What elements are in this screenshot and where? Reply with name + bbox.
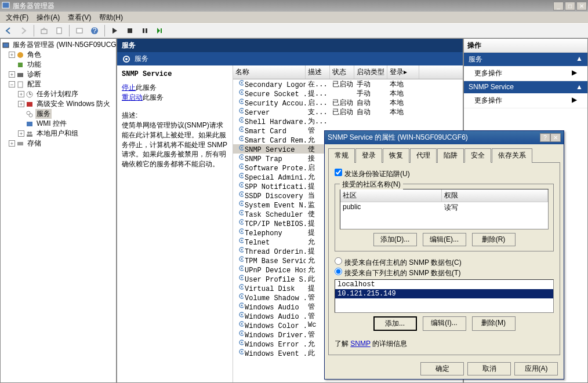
export-button[interactable] [73, 24, 86, 37]
tab-general[interactable]: 常规 [328, 148, 355, 163]
tree-config[interactable]: −配置 [2, 79, 115, 89]
service-row[interactable]: Secure Socket ...提...手动本地 [233, 89, 463, 98]
more-actions-snmp[interactable]: 更多操作▶ [464, 93, 587, 108]
dialog-titlebar[interactable]: SNMP Service 的属性 (WIN-N5GF09UCGF6) ? ✕ [325, 131, 564, 144]
svg-rect-13 [17, 73, 23, 77]
tab-logon[interactable]: 登录 [355, 148, 382, 163]
stop-svc-button[interactable] [124, 24, 136, 37]
svg-rect-19 [27, 122, 32, 126]
tree-storage[interactable]: +存储 [2, 138, 115, 148]
col-logon[interactable]: 登录▸ [387, 65, 419, 79]
stop-link[interactable]: 停止 [122, 83, 136, 92]
add-community-button[interactable]: 添加(D)... [373, 233, 417, 246]
menu-action[interactable]: 操作(A) [33, 12, 63, 24]
tree-tasksched[interactable]: +任务计划程序 [2, 89, 115, 99]
menu-view[interactable]: 查看(V) [64, 12, 95, 24]
community-list[interactable]: 社区权限 public读写 [340, 189, 549, 229]
svg-point-85 [241, 351, 243, 353]
gear-icon [235, 218, 244, 226]
tab-agent[interactable]: 代理 [410, 148, 437, 163]
gear-icon [235, 227, 244, 235]
pause-svc-button[interactable] [139, 24, 151, 37]
dialog-close-button[interactable]: ✕ [550, 133, 561, 142]
more-actions-services[interactable]: 更多操作▶ [464, 66, 587, 81]
host-row[interactable]: localhost [335, 280, 553, 289]
back-button[interactable] [2, 24, 15, 37]
trap-checkbox-label[interactable]: 发送身份验证陷阱(U) [335, 170, 410, 178]
gear-icon [122, 54, 131, 64]
col-community[interactable]: 社区 [340, 189, 442, 202]
add-host-button[interactable]: 添加... [373, 316, 417, 331]
forward-button[interactable] [17, 24, 30, 37]
menu-help[interactable]: 帮助(H) [96, 12, 126, 24]
trap-checkbox[interactable] [335, 169, 342, 176]
collapse-icon[interactable]: − [9, 81, 15, 87]
host-row[interactable]: 10.121.215.149 [335, 289, 553, 298]
tree-localusers[interactable]: +本地用户和组 [2, 129, 115, 138]
tree-diag[interactable]: +诊断 [2, 70, 115, 79]
edit-host-button[interactable]: 编辑(I)... [423, 316, 466, 331]
help-button[interactable]: ? [88, 24, 101, 37]
expand-icon[interactable]: + [9, 71, 15, 78]
restart-svc-button[interactable] [154, 24, 166, 37]
close-button[interactable]: ✕ [576, 2, 587, 10]
col-start[interactable]: 启动类型 [354, 65, 387, 79]
svg-text:?: ? [93, 27, 97, 35]
tree-services[interactable]: 服务 [2, 109, 115, 119]
delete-host-button[interactable]: 删除(M) [472, 316, 516, 331]
expand-icon[interactable]: + [9, 52, 15, 58]
service-row[interactable]: Security Accou...启...已启动自动本地 [233, 98, 463, 107]
svg-point-21 [30, 132, 32, 134]
edit-community-button[interactable]: 编辑(E)... [423, 233, 466, 246]
service-row[interactable]: Server支...已启动自动本地 [233, 107, 463, 116]
col-name[interactable]: 名称 [233, 65, 306, 79]
tree-features[interactable]: 功能 [2, 60, 115, 70]
svg-rect-12 [18, 63, 23, 67]
expand-icon[interactable]: + [18, 91, 24, 97]
delete-community-button[interactable]: 删除(R) [472, 233, 516, 246]
gear-icon [235, 190, 244, 198]
tab-security[interactable]: 安全 [464, 148, 491, 163]
maximize-button[interactable]: □ [565, 2, 575, 10]
expand-icon[interactable]: + [18, 101, 24, 107]
gear-icon [235, 162, 244, 170]
service-row[interactable]: Secondary Logon在...已启动手动本地 [233, 79, 463, 89]
desc-label: 描述: [122, 111, 228, 121]
community-row[interactable]: public读写 [340, 202, 548, 213]
dialog-help-button[interactable]: ? [540, 133, 550, 142]
ok-button[interactable]: 确定 [420, 362, 464, 375]
col-perm[interactable]: 权限 [442, 189, 548, 202]
snmp-link[interactable]: SNMP [350, 340, 370, 348]
tree-roles[interactable]: +角色 [2, 50, 115, 60]
tab-trap[interactable]: 陷阱 [437, 148, 464, 163]
hosts-list[interactable]: localhost 10.121.215.149 [335, 279, 554, 313]
properties-button[interactable] [53, 24, 66, 37]
tab-recovery[interactable]: 恢复 [383, 148, 409, 163]
expand-icon[interactable]: + [18, 130, 24, 137]
svg-point-83 [241, 342, 243, 344]
radio-any-host[interactable]: 接受来自任何主机的 SNMP 数据包(C) [335, 258, 462, 267]
apply-button[interactable]: 应用(A) [514, 362, 558, 375]
start-svc-button[interactable] [108, 24, 121, 37]
col-desc[interactable]: 描述 [306, 65, 330, 79]
dialog-tabs: 常规 登录 恢复 代理 陷阱 安全 依存关系 [325, 144, 564, 162]
expand-icon[interactable]: + [9, 140, 15, 147]
tree-firewall[interactable]: +高级安全 Windows 防火 [2, 99, 115, 109]
cancel-button[interactable]: 取消 [467, 362, 511, 375]
service-row[interactable]: Shell Hardware...为... [233, 116, 463, 126]
radio-list-host-input[interactable] [335, 268, 342, 275]
minimize-button[interactable]: _ [553, 2, 564, 10]
tab-deps[interactable]: 依存关系 [492, 148, 532, 163]
radio-any-host-input[interactable] [335, 257, 342, 265]
svg-rect-8 [146, 28, 147, 33]
up-button[interactable] [38, 24, 50, 37]
restart-link[interactable]: 重启动 [122, 93, 143, 101]
svg-point-77 [241, 314, 243, 316]
menu-file[interactable]: 文件(F) [2, 12, 32, 24]
radio-list-host[interactable]: 接受来自下列主机的 SNMP 数据包(T) [335, 269, 460, 277]
gear-icon [235, 236, 244, 245]
col-status[interactable]: 状态 [330, 65, 354, 79]
svg-point-55 [241, 212, 243, 214]
tree-root[interactable]: 服务器管理器 (WIN-N5GF09UCGF [2, 40, 115, 50]
tree-wmi[interactable]: WMI 控件 [2, 119, 115, 129]
